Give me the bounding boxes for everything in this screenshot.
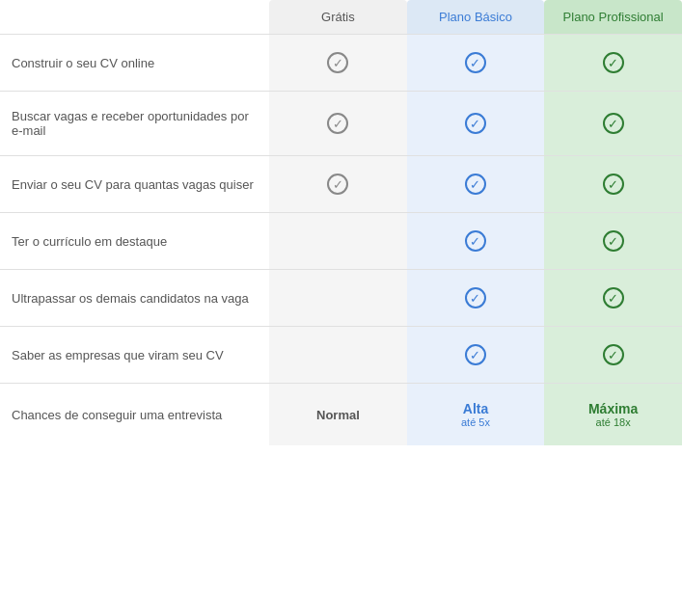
gratis-cell [269,213,407,270]
chance-pro-cell: Máximaaté 18x [544,384,682,446]
basic-cell: ✓ [407,156,545,213]
table-row: Ultrapassar os demais candidatos na vaga… [0,270,682,327]
basic-cell: ✓ [407,213,545,270]
pro-cell: ✓ [544,156,682,213]
header-feature [0,0,269,35]
table-row: Chances de conseguir uma entrevistaNorma… [0,384,682,446]
chance-normal-label: Normal [316,408,360,422]
pro-cell: ✓ [544,213,682,270]
check-icon-gray: ✓ [327,52,348,73]
feature-cell: Buscar vagas e receber oportunidades por… [0,92,269,156]
feature-cell: Ultrapassar os demais candidatos na vaga [0,270,269,327]
header-pro: Plano Profissional [544,0,682,35]
check-icon-gray: ✓ [327,174,348,195]
basic-cell: ✓ [407,270,545,327]
feature-cell: Enviar o seu CV para quantas vagas quise… [0,156,269,213]
gratis-cell [269,270,407,327]
basic-cell: ✓ [407,35,545,92]
check-icon-blue: ✓ [465,174,486,195]
chance-green-label: Máximaaté 18x [556,401,670,428]
pro-cell: ✓ [544,92,682,156]
check-icon-blue: ✓ [465,344,486,365]
feature-cell: Saber as empresas que viram seu CV [0,327,269,384]
pro-cell: ✓ [544,35,682,92]
comparison-table: Grátis Plano Básico Plano Profissional C… [0,0,682,445]
pro-cell: ✓ [544,270,682,327]
chance-basic-cell: Altaaté 5x [407,384,545,446]
check-icon-blue: ✓ [465,52,486,73]
check-icon-green: ✓ [603,174,624,195]
chance-pro-sub: até 18x [556,416,670,428]
check-icon-gray: ✓ [327,113,348,134]
gratis-cell: ✓ [269,92,407,156]
table-row: Enviar o seu CV para quantas vagas quise… [0,156,682,213]
check-icon-green: ✓ [603,230,624,252]
table-row: Ter o currículo em destaque✓✓ [0,213,682,270]
feature-cell: Chances de conseguir uma entrevista [0,384,269,446]
check-icon-green: ✓ [603,287,624,308]
check-icon-green: ✓ [603,344,624,365]
basic-cell: ✓ [407,92,545,156]
feature-cell: Construir o seu CV online [0,35,269,92]
check-icon-blue: ✓ [465,230,486,252]
gratis-cell: ✓ [269,35,407,92]
gratis-cell [269,327,407,384]
table-row: Construir o seu CV online✓✓✓ [0,35,682,92]
gratis-cell: ✓ [269,156,407,213]
header-gratis: Grátis [269,0,407,35]
chance-gratis-cell: Normal [269,384,407,446]
basic-cell: ✓ [407,327,545,384]
check-icon-green: ✓ [603,52,624,73]
chance-pro-main: Máxima [556,401,670,416]
check-icon-green: ✓ [603,113,624,134]
chance-basic-main: Alta [419,401,533,416]
chance-basic-sub: até 5x [419,416,533,428]
table-row: Buscar vagas e receber oportunidades por… [0,92,682,156]
pro-cell: ✓ [544,327,682,384]
chance-blue-label: Altaaté 5x [419,401,533,428]
check-icon-blue: ✓ [465,287,486,308]
table-row: Saber as empresas que viram seu CV✓✓ [0,327,682,384]
feature-cell: Ter o currículo em destaque [0,213,269,270]
header-basic: Plano Básico [407,0,545,35]
check-icon-blue: ✓ [465,113,486,134]
